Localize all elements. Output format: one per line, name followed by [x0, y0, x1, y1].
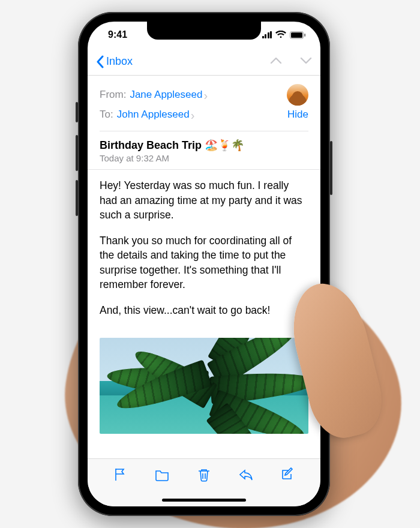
body-paragraph: Thank you so much for coordinating all o…	[100, 233, 308, 292]
chevron-right-icon: ›	[203, 86, 208, 104]
subject-text: Birthday Beach Trip 🏖️🍹🌴	[100, 139, 308, 152]
hide-details-button[interactable]: Hide	[287, 106, 308, 124]
from-contact[interactable]: Jane Appleseed	[130, 86, 202, 104]
chevron-down-icon	[300, 56, 312, 65]
body-paragraph: And, this view...can't wait to go back!	[100, 303, 308, 318]
attachment-image[interactable]	[100, 338, 308, 434]
move-button[interactable]	[154, 467, 170, 484]
screen: 9:41 Inbox	[88, 22, 320, 506]
sender-avatar[interactable]	[287, 84, 308, 106]
prev-message-button[interactable]	[270, 56, 282, 67]
chevron-right-icon: ›	[191, 106, 195, 124]
reply-icon	[238, 467, 254, 482]
battery-icon	[290, 31, 306, 39]
trash-icon	[196, 467, 212, 482]
volume-down-button	[76, 180, 78, 216]
mute-switch	[76, 102, 78, 122]
chevron-left-icon	[96, 55, 104, 68]
palm-illustration	[100, 338, 308, 434]
to-contact[interactable]: John Appleseed	[117, 106, 190, 124]
volume-up-button	[76, 135, 78, 171]
folder-icon	[154, 467, 170, 482]
reply-button[interactable]	[238, 467, 254, 484]
compose-icon	[280, 467, 295, 482]
compose-button[interactable]	[280, 467, 295, 484]
svg-rect-1	[291, 32, 302, 38]
message-body[interactable]: Hey! Yesterday was so much fun. I really…	[88, 170, 320, 338]
back-button[interactable]: Inbox	[96, 55, 133, 68]
next-message-button[interactable]	[300, 56, 312, 67]
power-button	[330, 141, 332, 195]
cellular-signal-icon	[262, 31, 272, 38]
flag-icon	[113, 467, 128, 482]
chevron-up-icon	[270, 56, 282, 65]
delete-button[interactable]	[196, 467, 212, 484]
timestamp: Today at 9:32 AM	[100, 153, 308, 163]
wifi-icon	[275, 31, 286, 39]
message-header: From: Jane Appleseed › To: John Applesee…	[88, 76, 320, 131]
toolbar	[88, 458, 320, 506]
status-time: 9:41	[102, 29, 127, 40]
to-label: To:	[100, 106, 113, 124]
flag-button[interactable]	[113, 467, 128, 484]
body-paragraph: Hey! Yesterday was so much fun. I really…	[100, 178, 308, 223]
from-label: From:	[100, 86, 126, 104]
home-indicator[interactable]	[162, 499, 246, 502]
nav-bar: Inbox	[88, 48, 320, 76]
notch	[147, 22, 261, 40]
iphone-frame: 9:41 Inbox	[78, 12, 330, 516]
back-label: Inbox	[106, 55, 133, 68]
subject-block: Birthday Beach Trip 🏖️🍹🌴 Today at 9:32 A…	[88, 131, 320, 170]
svg-rect-2	[304, 34, 305, 37]
